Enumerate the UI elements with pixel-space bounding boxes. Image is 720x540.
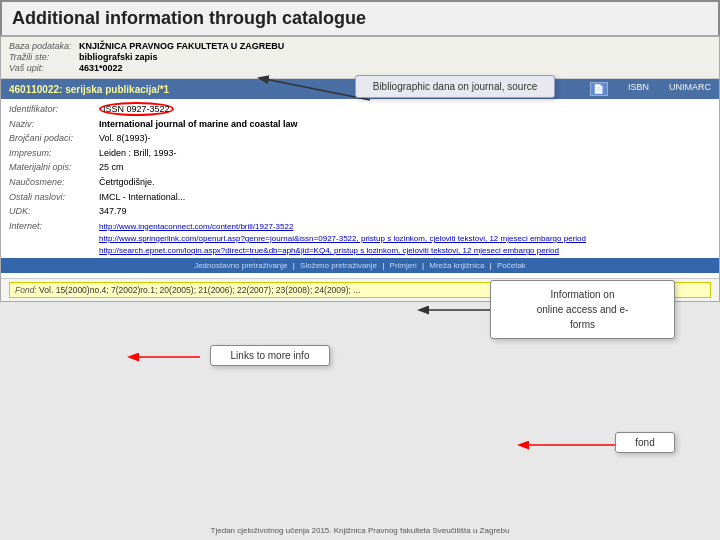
value-naziv: International journal of marine and coas… xyxy=(99,118,711,131)
record-id: 460110022: serijska publikacija/*1 xyxy=(9,84,169,95)
callout-online-info: Information ononline access and e-forms xyxy=(490,280,675,339)
footer-text: Tjedan cjeloživotnog učenja 2015. Knjižn… xyxy=(0,526,720,535)
callout-links-text: Links to more info xyxy=(231,350,310,361)
issn-highlight: ISSN 0927-3522 xyxy=(99,102,174,116)
callout-links: Links to more info xyxy=(210,345,330,366)
form-value-2: bibliografski zapis xyxy=(79,52,158,62)
nav-pocetak[interactable]: Početak xyxy=(497,261,526,270)
detail-row-impresum: Impresum: Leiden : Brill, 1993- xyxy=(9,147,711,160)
callout-bibliographic: Bibliographic dana on journal, source xyxy=(355,75,555,98)
label-identifikator: Identifikator: xyxy=(9,103,99,116)
internet-link-3[interactable]: http://search.epnet.com/login.aspx?direc… xyxy=(99,245,711,256)
callout-fond-text: fond xyxy=(635,437,654,448)
value-udk: 347.79 xyxy=(99,205,711,218)
nav-mreza[interactable]: Mreža knjižnica xyxy=(429,261,484,270)
record-tags: 📄 ISBN UNIMARC xyxy=(590,82,711,96)
fond-label: Fond: xyxy=(15,285,39,295)
page-title: Additional information through catalogue xyxy=(12,8,366,28)
form-label-2: Tražili ste: xyxy=(9,52,79,62)
detail-row-naučosmene: Naučosmene: Četrtgodišnje. xyxy=(9,176,711,189)
nav-slozeno[interactable]: Složeno pretraživanje xyxy=(300,261,377,270)
form-row-2: Tražili ste: bibliografski zapis xyxy=(9,52,711,62)
form-label-3: Vaš upit: xyxy=(9,63,79,73)
document-icon: 📄 xyxy=(590,82,608,96)
internet-link-2[interactable]: http://www.springerlink.com/openurl.asp?… xyxy=(99,233,711,244)
label-udk: UDK: xyxy=(9,205,99,218)
value-identifikator: ISSN 0927-3522 xyxy=(99,103,711,116)
callout-fond: fond xyxy=(615,432,675,453)
form-label-1: Baza podataka: xyxy=(9,41,79,51)
callout-online-info-text: Information ononline access and e-forms xyxy=(537,289,629,330)
fond-value: Vol. 15(2000)no.4; 7(2002)ro.1; 20(2005)… xyxy=(39,285,360,295)
callout-bibliographic-text: Bibliographic dana on journal, source xyxy=(373,81,538,92)
detail-row-identifikator: Identifikator: ISSN 0927-3522 xyxy=(9,103,711,116)
nav-jednostavno[interactable]: Jednostavno pretraživanje xyxy=(194,261,287,270)
form-area: Baza podataka: KNJIŽNICA PRAVNOG FAKULTE… xyxy=(1,37,719,79)
value-materijalni: 25 cm xyxy=(99,161,711,174)
label-ostali: Ostali naslovi: xyxy=(9,191,99,204)
label-impresum: Impresum: xyxy=(9,147,99,160)
main-container: Additional information through catalogue… xyxy=(0,0,720,540)
form-value-3: 4631*0022 xyxy=(79,63,123,73)
internet-link-1[interactable]: http://www.ingentaconnect.com/content/br… xyxy=(99,221,711,232)
value-naučosmene: Četrtgodišnje. xyxy=(99,176,711,189)
label-naziv: Naziv: xyxy=(9,118,99,131)
label-internet: Internet: xyxy=(9,220,99,257)
bottom-nav-text: Jednostavno pretraživanje | Složeno pret… xyxy=(191,261,529,270)
nav-primjeri[interactable]: Primjeri xyxy=(390,261,417,270)
value-impresum: Leiden : Brill, 1993- xyxy=(99,147,711,160)
bottom-nav: Jednostavno pretraživanje | Složeno pret… xyxy=(1,258,719,273)
detail-row-internet: Internet: http://www.ingentaconnect.com/… xyxy=(9,220,711,257)
detail-row-ostali: Ostali naslovi: IMCL - International... xyxy=(9,191,711,204)
detail-row-naziv: Naziv: International journal of marine a… xyxy=(9,118,711,131)
form-row-1: Baza podataka: KNJIŽNICA PRAVNOG FAKULTE… xyxy=(9,41,711,51)
form-row-3: Vaš upit: 4631*0022 xyxy=(9,63,711,73)
record-detail: Identifikator: ISSN 0927-3522 Naziv: Int… xyxy=(1,99,719,279)
label-brojcani: Brojčani podaci: xyxy=(9,132,99,145)
detail-row-udk: UDK: 347.79 xyxy=(9,205,711,218)
title-bar: Additional information through catalogue xyxy=(0,0,720,36)
value-ostali: IMCL - International... xyxy=(99,191,711,204)
value-brojcani: Vol. 8(1993)- xyxy=(99,132,711,145)
form-value-1: KNJIŽNICA PRAVNOG FAKULTETA U ZAGREBU xyxy=(79,41,284,51)
label-materijalni: Materijalni opis: xyxy=(9,161,99,174)
unimarc-label: UNIMARC xyxy=(669,82,711,96)
value-internet: http://www.ingentaconnect.com/content/br… xyxy=(99,220,711,257)
detail-row-materijalni: Materijalni opis: 25 cm xyxy=(9,161,711,174)
detail-row-brojcani: Brojčani podaci: Vol. 8(1993)- xyxy=(9,132,711,145)
isbn-label: ISBN xyxy=(628,82,649,96)
label-naučosmene: Naučosmene: xyxy=(9,176,99,189)
